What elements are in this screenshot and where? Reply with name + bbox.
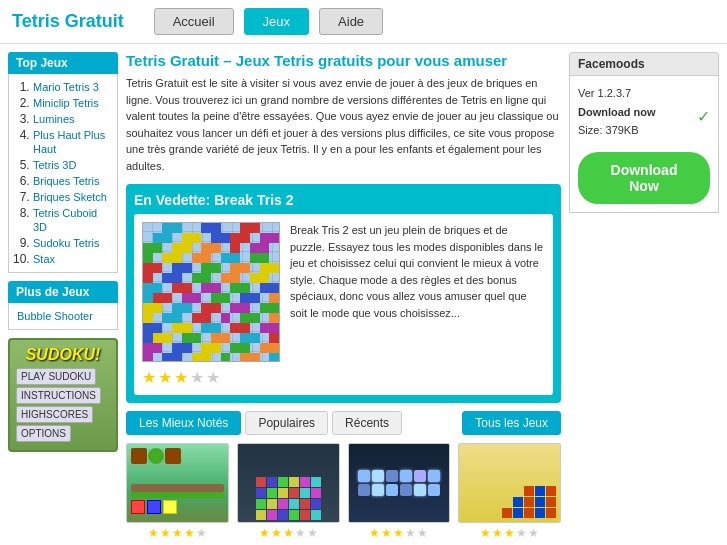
- plus-de-jeux-list: Bubble Shooter: [8, 303, 118, 330]
- sudoku-banner: SUDOKU! PLAY SUDOKU INSTRUCTIONS HIGHSCO…: [8, 338, 118, 452]
- sidebar-item-mario-tetris[interactable]: Mario Tetris 3: [33, 81, 99, 93]
- download-now-label: Download now: [578, 106, 656, 118]
- size-label: Size: 379KB: [578, 121, 710, 140]
- download-now-button[interactable]: Download Now: [578, 152, 710, 204]
- games-grid: ★ ★ ★ ★ ★: [126, 443, 561, 540]
- sidebar-item-bubble-shooter[interactable]: Bubble Shooter: [17, 310, 93, 322]
- sidebar-item-miniclip[interactable]: Miniclip Tetris: [33, 97, 99, 109]
- nav-accueil[interactable]: Accueil: [154, 8, 234, 35]
- top-jeux-list: Mario Tetris 3 Miniclip Tetris Lumines P…: [8, 74, 118, 273]
- sidebar-item-briques-tetris[interactable]: Briques Tetris: [33, 175, 99, 187]
- game-thumb-img-1[interactable]: [126, 443, 229, 523]
- game-thumb-img-4[interactable]: [458, 443, 561, 523]
- sudoku-play-btn[interactable]: PLAY SUDOKU: [16, 368, 96, 385]
- star-1: ★: [142, 368, 156, 387]
- sidebar-item-plus-haut[interactable]: Plus Haut Plus Haut: [33, 129, 105, 155]
- main-description: Tetris Gratuit est le site à visiter si …: [126, 75, 561, 174]
- star-5: ★: [206, 368, 220, 387]
- game-thumb-img-2[interactable]: [237, 443, 340, 523]
- sudoku-highscores-btn[interactable]: HIGHSCORES: [16, 406, 93, 423]
- site-title: Tetris Gratuit: [12, 11, 124, 32]
- sudoku-options-btn[interactable]: OPTIONS: [16, 425, 71, 442]
- featured-description: Break Tris 2 est un jeu plein de briques…: [290, 222, 545, 387]
- facemoods-content: Ver 1.2.3.7 Download now ✓ Size: 379KB D…: [569, 76, 719, 213]
- sidebar-item-sudoku[interactable]: Sudoku Tetris: [33, 237, 99, 249]
- sidebar-item-briques-sketch[interactable]: Briques Sketch: [33, 191, 107, 203]
- star-4: ★: [190, 368, 204, 387]
- sudoku-instructions-btn[interactable]: INSTRUCTIONS: [16, 387, 101, 404]
- featured-screenshot: ★ ★ ★ ★ ★: [142, 222, 282, 387]
- game-2-stars: ★ ★ ★ ★ ★: [237, 526, 340, 540]
- nav-aide[interactable]: Aide: [319, 8, 383, 35]
- tab-populaires[interactable]: Populaires: [245, 411, 328, 435]
- star-2: ★: [158, 368, 172, 387]
- game-grid: [142, 222, 280, 362]
- game-3-stars: ★ ★ ★ ★ ★: [348, 526, 451, 540]
- game-thumb-1: ★ ★ ★ ★ ★: [126, 443, 229, 540]
- tab-recents[interactable]: Récents: [332, 411, 402, 435]
- game-thumb-4: ★ ★ ★ ★ ★: [458, 443, 561, 540]
- game-thumb-2: ★ ★ ★ ★ ★: [237, 443, 340, 540]
- nav-jeux[interactable]: Jeux: [244, 8, 309, 35]
- top-jeux-title: Top Jeux: [8, 52, 118, 74]
- plus-de-jeux-title: Plus de Jeux: [8, 281, 118, 303]
- sidebar-item-lumines[interactable]: Lumines: [33, 113, 75, 125]
- version-label: Ver 1.2.3.7: [578, 84, 710, 103]
- featured-title: En Vedette: Break Tris 2: [134, 192, 553, 208]
- sudoku-title: SUDOKU!: [16, 346, 110, 364]
- check-icon: ✓: [697, 103, 710, 130]
- tab-les-mieux-notes[interactable]: Les Mieux Notés: [126, 411, 241, 435]
- page-title: Tetris Gratuit – Jeux Tetris gratuits po…: [126, 52, 561, 69]
- game-1-stars: ★ ★ ★ ★ ★: [126, 526, 229, 540]
- game-thumb-3: ★ ★ ★ ★ ★: [348, 443, 451, 540]
- tab-tous-les-jeux[interactable]: Tous les Jeux: [462, 411, 561, 435]
- game-tabs: Les Mieux Notés Populaires Récents Tous …: [126, 411, 561, 435]
- facemoods-title: Facemoods: [569, 52, 719, 76]
- featured-stars: ★ ★ ★ ★ ★: [142, 368, 282, 387]
- sidebar-item-stax[interactable]: Stax: [33, 253, 55, 265]
- star-3: ★: [174, 368, 188, 387]
- featured-section: En Vedette: Break Tris 2: [126, 184, 561, 403]
- game-thumb-img-3[interactable]: [348, 443, 451, 523]
- sidebar-item-tetris3d[interactable]: Tetris 3D: [33, 159, 76, 171]
- game-4-stars: ★ ★ ★ ★ ★: [458, 526, 561, 540]
- right-panel: Facemoods Ver 1.2.3.7 Download now ✓ Siz…: [569, 52, 719, 540]
- sidebar-item-cuboid[interactable]: Tetris Cuboid 3D: [33, 207, 97, 233]
